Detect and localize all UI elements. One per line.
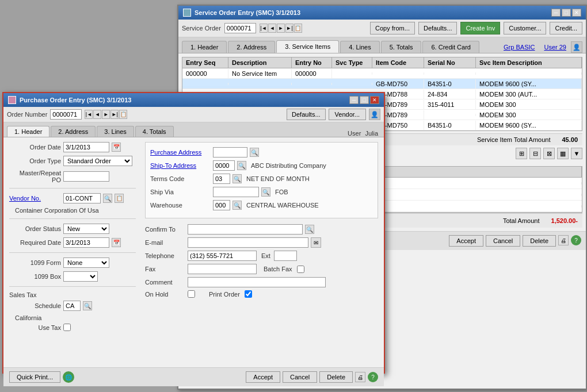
calendar-icon[interactable]: 📅 — [112, 143, 121, 152]
tab-header[interactable]: 1. Header — [182, 41, 227, 53]
order-type-select[interactable]: Standard Order — [63, 156, 132, 166]
po-nav-prev[interactable]: ◄ — [93, 110, 101, 119]
nav-next-button[interactable]: ► — [277, 24, 285, 33]
defaults-button[interactable]: Defaults... — [418, 22, 458, 34]
create-inv-button[interactable]: Create Inv — [460, 22, 500, 34]
vendor-no-input[interactable] — [63, 193, 101, 203]
confirm-to-input[interactable] — [188, 224, 303, 235]
email-icon[interactable]: ✉ — [311, 237, 321, 248]
po-minimize-button[interactable]: ─ — [349, 96, 359, 104]
po-nav-next[interactable]: ► — [102, 110, 110, 119]
fax-input[interactable] — [188, 264, 257, 274]
master-repeat-input[interactable] — [63, 171, 109, 182]
purchase-address-link[interactable]: Purchase Address — [150, 149, 211, 156]
po-world-icon[interactable]: 🌐 — [63, 371, 74, 383]
so-info-icon[interactable]: ? — [571, 235, 581, 245]
so-action4-icon[interactable]: ▦ — [557, 148, 569, 159]
po-tab-totals[interactable]: 4. Totals — [135, 126, 174, 137]
close-button[interactable]: ✕ — [572, 9, 581, 17]
tab-totals[interactable]: 5. Totals — [381, 41, 422, 53]
so-accept-button[interactable]: Accept — [449, 235, 483, 247]
ship-to-code-input[interactable] — [213, 160, 235, 171]
user-link[interactable]: User 29 — [539, 41, 571, 53]
po-print-icon[interactable]: 🖨 — [355, 372, 365, 382]
ship-to-address-link[interactable]: Ship-To Address — [150, 162, 211, 169]
warehouse-search-icon[interactable]: 🔍 — [232, 201, 242, 210]
po-user-icon[interactable]: 👤 — [369, 109, 380, 120]
po-nav-last[interactable]: ►| — [110, 110, 119, 119]
warehouse-code-input[interactable] — [213, 200, 230, 210]
maximize-button[interactable]: □ — [562, 9, 571, 17]
required-date-calendar-icon[interactable]: 📅 — [112, 238, 121, 247]
so-action5-icon[interactable]: ▼ — [571, 148, 582, 159]
schedule-input[interactable] — [63, 301, 81, 311]
nav-prev-button[interactable]: ◄ — [268, 24, 276, 33]
ext-input[interactable] — [274, 251, 297, 261]
nav-last-button[interactable]: ►| — [285, 24, 294, 33]
form-1099-select[interactable]: None — [63, 258, 109, 268]
po-cancel-button[interactable]: Cancel — [283, 371, 317, 383]
terms-code-input[interactable] — [213, 174, 230, 184]
po-maximize-button[interactable]: □ — [360, 96, 369, 104]
purchase-order-window: Purchase Order Entry (SMC) 3/1/2013 ─ □ … — [2, 92, 385, 374]
so-action3-icon[interactable]: ⊠ — [543, 148, 555, 159]
comment-input[interactable] — [188, 277, 326, 287]
email-input[interactable] — [188, 237, 308, 248]
telephone-input[interactable] — [188, 251, 257, 261]
vendor-no-search-icon[interactable]: 🔍 — [103, 194, 112, 203]
po-tab-address[interactable]: 2. Address — [51, 126, 96, 137]
vendor-no-link[interactable]: Vendor No. — [9, 195, 61, 202]
terms-code-search-icon[interactable]: 🔍 — [232, 174, 242, 183]
on-hold-checkbox[interactable] — [188, 290, 195, 298]
po-tab-lines[interactable]: 3. Lines — [97, 126, 134, 137]
so-delete-button[interactable]: Delete — [523, 235, 556, 247]
so-action2-icon[interactable]: ⊟ — [529, 148, 541, 159]
nav-new-button[interactable]: 📋 — [294, 24, 302, 33]
minimize-button[interactable]: ─ — [551, 9, 561, 17]
purchase-address-search-icon[interactable]: 🔍 — [250, 148, 259, 157]
print-order-checkbox[interactable] — [245, 290, 252, 298]
box-1099-select[interactable] — [63, 271, 98, 282]
confirm-to-search-icon[interactable]: 🔍 — [305, 225, 314, 234]
col-entry-no: Entry No — [292, 57, 332, 68]
po-order-number-input[interactable] — [50, 109, 82, 120]
po-delete-button[interactable]: Delete — [319, 371, 353, 383]
ship-via-search-icon[interactable]: 🔍 — [261, 187, 270, 197]
so-action1-icon[interactable]: ⊞ — [516, 148, 527, 159]
purchase-address-input[interactable] — [213, 147, 247, 157]
po-nav-new[interactable]: 📋 — [119, 110, 127, 119]
tab-service-items[interactable]: 3. Service Items — [276, 40, 339, 53]
nav-first-button[interactable]: |◄ — [260, 24, 268, 33]
po-close-button[interactable]: ✕ — [370, 96, 379, 104]
tab-address[interactable]: 2. Address — [228, 41, 275, 53]
use-tax-checkbox[interactable] — [63, 324, 71, 331]
po-nav-first[interactable]: |◄ — [85, 110, 93, 119]
po-defaults-button[interactable]: Defaults... — [287, 109, 326, 120]
grp-basic-link[interactable]: Grp BASIC — [499, 41, 539, 53]
table-row[interactable]: 000000 No Service Item 000000 — [182, 68, 582, 79]
copy-from-button[interactable]: Copy from... — [370, 22, 415, 34]
vendor-no-calendar-icon[interactable]: 📋 — [115, 194, 124, 203]
po-info-icon[interactable]: ? — [368, 372, 378, 382]
po-quick-print-button[interactable]: Quick Print... — [9, 371, 60, 383]
required-date-input[interactable] — [63, 237, 109, 248]
so-cancel-button[interactable]: Cancel — [486, 235, 520, 247]
table-row[interactable]: GB-MD750 B4351-0 MODEM 9600 (SY... — [182, 79, 582, 89]
order-date-input[interactable] — [63, 142, 109, 152]
po-vendor-button[interactable]: Vendor... — [329, 109, 366, 120]
ship-to-search-icon[interactable]: 🔍 — [237, 161, 246, 170]
so-print-icon[interactable]: 🖨 — [558, 235, 569, 245]
batch-fax-checkbox[interactable] — [297, 266, 304, 273]
tab-credit-card[interactable]: 6. Credit Card — [422, 41, 479, 53]
po-accept-button[interactable]: Accept — [246, 371, 280, 383]
credit-button[interactable]: Credit... — [550, 22, 582, 34]
po-tab-header[interactable]: 1. Header — [7, 126, 49, 137]
user-icon[interactable]: 👤 — [571, 41, 582, 53]
schedule-search-icon[interactable]: 🔍 — [83, 301, 92, 310]
ship-via-input[interactable] — [213, 187, 259, 197]
customer-button[interactable]: Customer... — [504, 22, 546, 34]
col-entry-seq: Entry Seq — [182, 57, 228, 68]
service-order-number-input[interactable] — [224, 23, 256, 33]
tab-lines[interactable]: 4. Lines — [340, 41, 380, 53]
order-status-select[interactable]: New — [63, 224, 109, 234]
